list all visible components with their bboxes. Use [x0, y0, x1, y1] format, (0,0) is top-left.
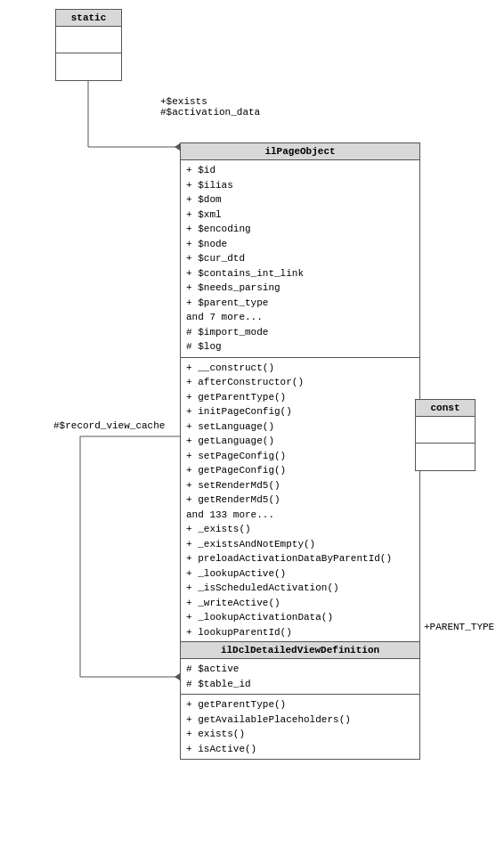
attr-needs-parsing: + $needs_parsing	[186, 281, 414, 296]
method-set-page-config: + setPageConfig()	[186, 449, 414, 464]
method-get-render-md5: + getRenderMd5()	[186, 493, 414, 508]
method-get-page-config: + getPageConfig()	[186, 463, 414, 478]
method-get-parent-type: + getParentType()	[186, 390, 414, 405]
attr-cur-dtd: + $cur_dtd	[186, 251, 414, 266]
ildcl-method-exists: + exists()	[186, 727, 414, 742]
method-and-133-more: and 133 more...	[186, 508, 414, 523]
method-exists-not-empty: + _existsAndNotEmpty()	[186, 537, 414, 552]
attr-dom: + $dom	[186, 192, 414, 208]
const-box: const	[415, 399, 476, 471]
method-lookup-parent-id: + lookupParentId()	[186, 625, 414, 640]
ildcl-methods: + getParentType() + getAvailablePlacehol…	[181, 695, 419, 759]
static-box: static	[55, 9, 122, 81]
method-set-render-md5: + setRenderMd5()	[186, 478, 414, 493]
ilpageobject-attributes: + $id + $ilias + $dom + $xml + $encoding…	[181, 160, 419, 358]
ildcl-method-get-parent-type: + getParentType()	[186, 697, 414, 712]
method-lookup-active: + _lookupActive()	[186, 566, 414, 582]
method-preload: + preloadActivationDataByParentId()	[186, 551, 414, 566]
static-box-methods	[56, 53, 121, 80]
method-is-scheduled: + _isScheduledActivation()	[186, 581, 414, 596]
attr-import-mode: # $import_mode	[186, 325, 414, 340]
label-exists-activation: +$exists #$activation_data	[160, 96, 260, 118]
const-box-methods	[416, 444, 475, 470]
attr-xml: + $xml	[186, 208, 414, 223]
ildcl-attr-active: # $active	[186, 662, 414, 677]
label-parent-type: +PARENT_TYPE	[424, 622, 494, 632]
diagram-container: static +$exists #$activation_data ilPage…	[0, 0, 504, 863]
method-exists: + _exists()	[186, 522, 414, 537]
ildcl-method-get-available-placeholders: + getAvailablePlaceholders()	[186, 712, 414, 728]
attr-and-more: and 7 more...	[186, 310, 414, 325]
method-after-constructor: + afterConstructor()	[186, 375, 414, 390]
method-get-language: + getLanguage()	[186, 434, 414, 449]
method-write-active: + _writeActive()	[186, 596, 414, 611]
attr-encoding: + $encoding	[186, 222, 414, 237]
const-box-attrs	[416, 417, 475, 444]
attr-ilias: + $ilias	[186, 178, 414, 193]
method-init-page-config: + initPageConfig()	[186, 404, 414, 419]
ildcl-attr-table-id: # $table_id	[186, 677, 414, 692]
ildcl-attributes: # $active # $table_id	[181, 659, 419, 695]
static-box-title: static	[56, 10, 121, 27]
ildcl-box: ilDclDetailedViewDefinition # $active # …	[180, 641, 420, 760]
const-box-title: const	[416, 400, 475, 417]
label-record-view-cache: #$record_view_cache	[53, 420, 165, 431]
method-set-language: + setLanguage()	[186, 419, 414, 435]
static-box-attrs	[56, 27, 121, 53]
method-lookup-activation-data: + _lookupActivationData()	[186, 610, 414, 625]
attr-parent-type: + $parent_type	[186, 296, 414, 311]
ildcl-method-is-active: + isActive()	[186, 742, 414, 757]
attr-node: + $node	[186, 237, 414, 252]
attr-contains-int-link: + $contains_int_link	[186, 266, 414, 281]
attr-id: + $id	[186, 163, 414, 178]
ilpageobject-title: ilPageObject	[181, 143, 419, 160]
method-construct: + __construct()	[186, 361, 414, 376]
ildcl-title: ilDclDetailedViewDefinition	[181, 642, 419, 659]
attr-log: # $log	[186, 339, 414, 354]
